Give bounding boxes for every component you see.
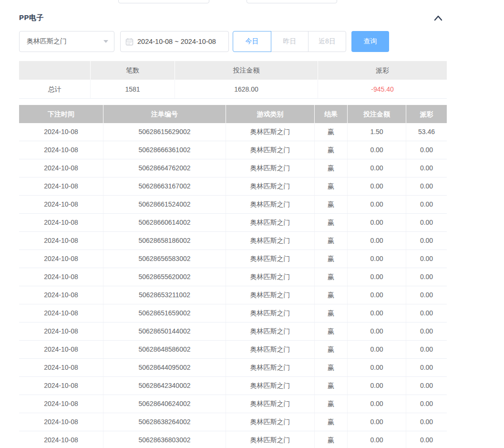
table-row: 2024-10-0850628642340002奥林匹斯之门赢0.000.00 (19, 377, 447, 395)
quick-button-today[interactable]: 今日 (233, 31, 271, 52)
quick-button-last-8-days[interactable]: 近8日 (308, 31, 346, 52)
cell-bet-amount: 0.00 (348, 232, 406, 250)
cell-result: 赢 (315, 159, 348, 177)
col-header-bet-time: 下注时间 (19, 105, 103, 123)
cell-payout: 0.00 (406, 177, 447, 195)
cell-bet-id: 50628660614002 (103, 214, 226, 231)
cell-bet-time: 2024-10-08 (19, 250, 103, 268)
cell-bet-id: 50628666361002 (103, 141, 226, 159)
cell-bet-amount: 0.00 (348, 413, 406, 431)
cell-result: 赢 (315, 214, 348, 231)
cell-game-type: 奥林匹斯之门 (226, 250, 315, 268)
date-range-picker[interactable]: 2024-10-08 ~ 2024-10-08 (120, 31, 229, 52)
cell-result: 赢 (315, 377, 348, 395)
cell-payout: 0.00 (406, 377, 447, 395)
cell-game-type: 奥林匹斯之门 (226, 232, 315, 250)
cell-bet-time: 2024-10-08 (19, 341, 103, 358)
summary-total-bet-amount: 1628.00 (175, 80, 318, 98)
cell-payout: 0.00 (406, 359, 447, 376)
table-row: 2024-10-0850628666361002奥林匹斯之门赢0.000.00 (19, 141, 447, 159)
summary-total-row: 总计 1581 1628.00 -945.40 (19, 80, 447, 99)
chevron-down-icon (103, 40, 108, 43)
cell-payout: 0.00 (406, 413, 447, 431)
cell-result: 赢 (315, 196, 348, 213)
quick-date-button-group: 今日昨日近8日 (233, 31, 346, 52)
cell-bet-time: 2024-10-08 (19, 431, 103, 448)
cell-bet-amount: 0.00 (348, 341, 406, 358)
cell-game-type: 奥林匹斯之门 (226, 431, 315, 448)
summary-table-header: 笔数 投注金额 派彩 (19, 61, 447, 80)
cell-bet-id: 50628664762002 (103, 159, 226, 177)
cell-game-type: 奥林匹斯之门 (226, 323, 315, 340)
bet-records-table-body: 2024-10-0850628615629002奥林匹斯之门赢1.5053.46… (19, 123, 447, 448)
cell-payout: 53.46 (406, 123, 447, 141)
cell-payout: 0.00 (406, 159, 447, 177)
table-row: 2024-10-0850628660614002奥林匹斯之门赢0.000.00 (19, 214, 447, 232)
cell-bet-amount: 0.00 (348, 141, 406, 159)
cell-payout: 0.00 (406, 196, 447, 213)
cell-result: 赢 (315, 359, 348, 376)
cell-bet-time: 2024-10-08 (19, 286, 103, 304)
cell-game-type: 奥林匹斯之门 (226, 377, 315, 395)
cell-bet-amount: 0.00 (348, 395, 406, 413)
chevron-up-icon (434, 15, 442, 21)
cell-bet-id: 50628651659002 (103, 304, 226, 322)
cropped-input-left[interactable] (118, 0, 209, 3)
cell-bet-time: 2024-10-08 (19, 214, 103, 231)
cell-bet-id: 50628661524002 (103, 196, 226, 213)
cell-result: 赢 (315, 250, 348, 268)
cell-bet-amount: 1.50 (348, 123, 406, 141)
cell-payout: 0.00 (406, 232, 447, 250)
cell-result: 赢 (315, 286, 348, 304)
cell-payout: 0.00 (406, 323, 447, 340)
cell-game-type: 奥林匹斯之门 (226, 141, 315, 159)
cell-bet-id: 50628650144002 (103, 323, 226, 340)
cell-game-type: 奥林匹斯之门 (226, 286, 315, 304)
cell-result: 赢 (315, 341, 348, 358)
cell-game-type: 奥林匹斯之门 (226, 413, 315, 431)
cell-bet-time: 2024-10-08 (19, 159, 103, 177)
cell-payout: 0.00 (406, 141, 447, 159)
summary-total-label: 总计 (19, 80, 91, 98)
cell-payout: 0.00 (406, 214, 447, 231)
cell-result: 赢 (315, 395, 348, 413)
col-header-result: 结果 (315, 105, 348, 123)
cell-result: 赢 (315, 413, 348, 431)
collapse-section-button[interactable] (432, 12, 444, 24)
cell-result: 赢 (315, 431, 348, 448)
cell-bet-amount: 0.00 (348, 196, 406, 213)
summary-header-blank (19, 61, 91, 80)
cell-bet-time: 2024-10-08 (19, 413, 103, 431)
cell-bet-time: 2024-10-08 (19, 123, 103, 141)
cell-game-type: 奥林匹斯之门 (226, 159, 315, 177)
summary-total-payout: -945.40 (318, 80, 447, 98)
cell-payout: 0.00 (406, 304, 447, 322)
query-button[interactable]: 查询 (351, 31, 389, 52)
calendar-icon (125, 38, 134, 46)
cell-payout: 0.00 (406, 268, 447, 286)
cell-game-type: 奥林匹斯之门 (226, 268, 315, 286)
cropped-input-right[interactable] (247, 0, 337, 3)
cell-bet-amount: 0.00 (348, 323, 406, 340)
table-row: 2024-10-0850628650144002奥林匹斯之门赢0.000.00 (19, 323, 447, 341)
cell-bet-id: 50628655620002 (103, 268, 226, 286)
cell-game-type: 奥林匹斯之门 (226, 214, 315, 231)
cell-game-type: 奥林匹斯之门 (226, 359, 315, 376)
cell-bet-amount: 0.00 (348, 286, 406, 304)
cell-bet-id: 50628642340002 (103, 377, 226, 395)
game-select-value: 奥林匹斯之门 (27, 37, 103, 46)
cell-payout: 0.00 (406, 431, 447, 448)
cell-bet-time: 2024-10-08 (19, 395, 103, 413)
table-row: 2024-10-0850628640624002奥林匹斯之门赢0.000.00 (19, 395, 447, 413)
cell-bet-time: 2024-10-08 (19, 377, 103, 395)
cell-bet-time: 2024-10-08 (19, 141, 103, 159)
cell-bet-time: 2024-10-08 (19, 268, 103, 286)
date-range-value: 2024-10-08 ~ 2024-10-08 (137, 38, 216, 45)
cell-game-type: 奥林匹斯之门 (226, 395, 315, 413)
summary-header-bet-amount: 投注金额 (175, 61, 318, 80)
game-select[interactable]: 奥林匹斯之门 (19, 31, 114, 52)
cell-bet-time: 2024-10-08 (19, 196, 103, 213)
cell-bet-amount: 0.00 (348, 177, 406, 195)
cell-bet-time: 2024-10-08 (19, 304, 103, 322)
quick-button-yesterday[interactable]: 昨日 (271, 31, 309, 52)
